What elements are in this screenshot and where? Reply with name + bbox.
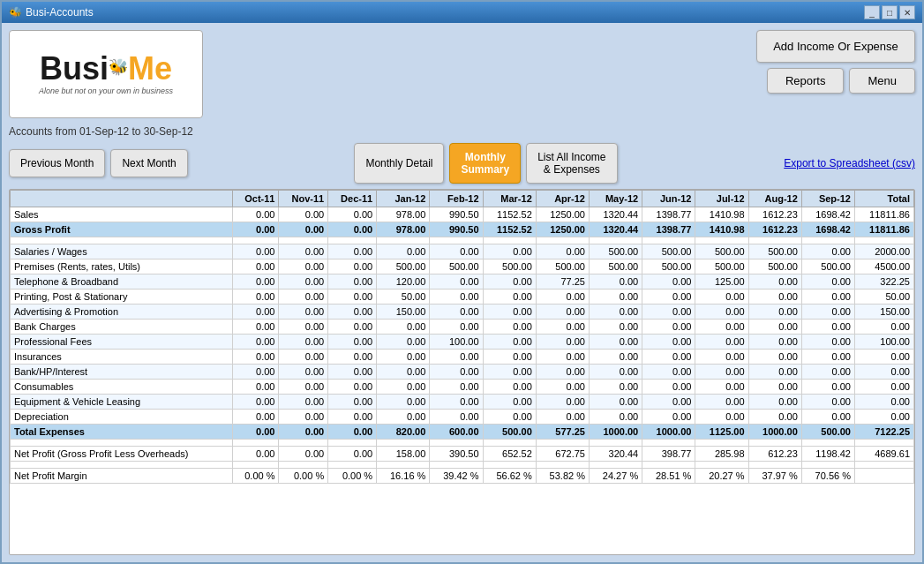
cell-value: 0.00 xyxy=(695,365,748,380)
logo-tagline: Alone but not on your own in business xyxy=(39,86,173,95)
cell-value: 1612.23 xyxy=(748,207,801,222)
previous-month-button[interactable]: Previous Month xyxy=(9,149,105,177)
cell-value: 0.00 xyxy=(328,425,377,440)
cell-value: 0.00 xyxy=(328,395,377,410)
close-button[interactable]: ✕ xyxy=(899,5,915,19)
cell-value: 150.00 xyxy=(854,305,913,320)
cell-value: 0.00 xyxy=(695,320,748,335)
cell-value: 0.00 xyxy=(279,305,328,320)
cell-value: 0.00 xyxy=(328,207,377,222)
row-label xyxy=(11,237,233,244)
cell-value xyxy=(232,440,279,447)
cell-value xyxy=(589,237,642,244)
list-all-button[interactable]: List All Income& Expenses xyxy=(526,143,617,184)
cell-value xyxy=(536,462,589,469)
cell-value: 0.00 xyxy=(377,380,430,395)
cell-value: 500.00 xyxy=(748,244,801,259)
row-label: Bank/HP/Interest xyxy=(11,365,233,380)
cell-value: 0.00 xyxy=(748,380,801,395)
cell-value: 0.00 xyxy=(328,290,377,305)
next-month-button[interactable]: Next Month xyxy=(110,149,187,177)
cell-value: 0.00 xyxy=(536,335,589,350)
cell-value: 0.00 xyxy=(232,259,279,274)
cell-value: 0.00 xyxy=(328,222,377,237)
monthly-detail-button[interactable]: Monthly Detail xyxy=(354,143,444,184)
cell-value: 390.50 xyxy=(430,447,483,462)
cell-value: 0.00 xyxy=(642,335,695,350)
cell-value xyxy=(536,440,589,447)
cell-value: 0.00 xyxy=(801,244,854,259)
cell-value: 0.00 xyxy=(232,395,279,410)
cell-value: 0.00 xyxy=(328,335,377,350)
export-link[interactable]: Export to Spreadsheet (csv) xyxy=(784,157,915,169)
add-income-button[interactable]: Add Income Or Expense xyxy=(756,30,915,63)
cell-value: 1152.52 xyxy=(483,207,536,222)
col-label xyxy=(11,191,233,207)
cell-value: 0.00 xyxy=(232,222,279,237)
title-bar: 🐝 Busi-Accounts _ □ ✕ xyxy=(2,2,922,23)
cell-value: 0.00 xyxy=(589,350,642,365)
reports-button[interactable]: Reports xyxy=(767,68,845,94)
cell-value: 1198.42 xyxy=(801,447,854,462)
cell-value: 0.00 xyxy=(377,395,430,410)
cell-value: 0.00 xyxy=(232,274,279,290)
cell-value: 0.00 xyxy=(232,320,279,335)
cell-value: 0.00 xyxy=(536,380,589,395)
cell-value: 0.00 xyxy=(748,365,801,380)
cell-value: 500.00 xyxy=(801,425,854,440)
cell-value xyxy=(279,237,328,244)
cell-value xyxy=(430,440,483,447)
cell-value: 0.00 xyxy=(695,395,748,410)
row-label: Bank Charges xyxy=(11,320,233,335)
cell-value: 500.00 xyxy=(695,244,748,259)
cell-value: 0.00 xyxy=(328,305,377,320)
col-feb12: Feb-12 xyxy=(430,191,483,207)
menu-button[interactable]: Menu xyxy=(849,68,915,94)
cell-value: 0.00 % xyxy=(279,469,328,484)
monthly-summary-button[interactable]: MonthlySummary xyxy=(449,143,521,184)
table-row: Consumables0.000.000.000.000.000.000.000… xyxy=(11,380,914,395)
maximize-button[interactable]: □ xyxy=(882,5,898,19)
cell-value: 0.00 xyxy=(483,305,536,320)
row-label: Professional Fees xyxy=(11,335,233,350)
bee-icon: 🐝 xyxy=(109,58,128,76)
row-label: Advertising & Promotion xyxy=(11,305,233,320)
cell-value: 0.00 xyxy=(328,350,377,365)
cell-value: 990.50 xyxy=(430,222,483,237)
table-row: Depreciation0.000.000.000.000.000.000.00… xyxy=(11,410,914,425)
cell-value: 0.00 xyxy=(589,410,642,425)
cell-value: 1698.42 xyxy=(801,222,854,237)
minimize-button[interactable]: _ xyxy=(864,5,880,19)
table-row: Printing, Post & Stationary0.000.000.005… xyxy=(11,290,914,305)
cell-value: 0.00 xyxy=(328,244,377,259)
table-row xyxy=(11,237,914,244)
cell-value: 0.00 xyxy=(589,320,642,335)
cell-value xyxy=(695,462,748,469)
table-row: Advertising & Promotion0.000.000.00150.0… xyxy=(11,305,914,320)
row-label: Insurances xyxy=(11,350,233,365)
cell-value: 0.00 xyxy=(536,320,589,335)
cell-value xyxy=(695,237,748,244)
cell-value: 0.00 xyxy=(430,274,483,290)
cell-value: 100.00 xyxy=(430,335,483,350)
cell-value: 1698.42 xyxy=(801,207,854,222)
cell-value xyxy=(377,440,430,447)
cell-value: 120.00 xyxy=(377,274,430,290)
cell-value: 500.00 xyxy=(642,259,695,274)
cell-value: 0.00 xyxy=(801,305,854,320)
cell-value: 0.00 xyxy=(801,365,854,380)
cell-value: 0.00 xyxy=(801,335,854,350)
cell-value: 0.00 xyxy=(695,350,748,365)
cell-value: 990.50 xyxy=(430,207,483,222)
cell-value: 0.00 xyxy=(328,274,377,290)
cell-value: 0.00 xyxy=(642,410,695,425)
cell-value: 0.00 xyxy=(328,320,377,335)
cell-value: 1320.44 xyxy=(589,222,642,237)
cell-value xyxy=(232,462,279,469)
cell-value: 0.00 xyxy=(695,410,748,425)
cell-value: 0.00 xyxy=(430,320,483,335)
table-container: Oct-11 Nov-11 Dec-11 Jan-12 Feb-12 Mar-1… xyxy=(9,189,915,555)
table-row: Net Profit Margin0.00 %0.00 %0.00 %16.16… xyxy=(11,469,914,484)
table-row: Bank/HP/Interest0.000.000.000.000.000.00… xyxy=(11,365,914,380)
cell-value: 0.00 xyxy=(748,290,801,305)
